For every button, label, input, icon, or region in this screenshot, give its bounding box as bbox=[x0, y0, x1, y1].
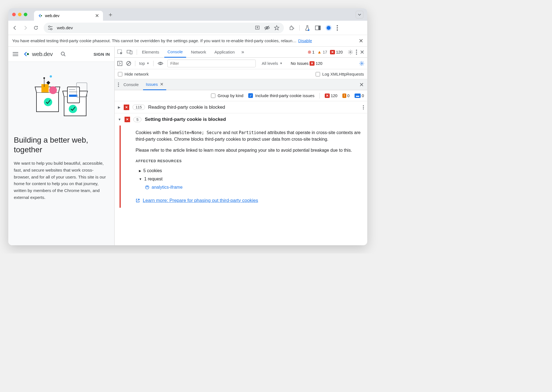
infobar-disable-link[interactable]: Disable bbox=[298, 38, 312, 43]
maximize-window[interactable] bbox=[24, 13, 27, 16]
eye-off-icon[interactable] bbox=[264, 25, 270, 31]
issues-toolbar: Group by kind ✓Include third-party cooki… bbox=[115, 90, 367, 101]
hide-network-checkbox[interactable]: Hide network bbox=[118, 72, 149, 76]
svg-rect-10 bbox=[318, 26, 320, 30]
devtools-close-icon[interactable]: ✕ bbox=[360, 49, 365, 55]
devtools-panel: Elements Console Network Application » ⊗… bbox=[115, 47, 367, 245]
error-count[interactable]: 1 bbox=[312, 50, 315, 54]
console-settings-icon[interactable] bbox=[359, 61, 365, 66]
svg-rect-20 bbox=[46, 81, 50, 85]
tab-elements[interactable]: Elements bbox=[139, 47, 163, 58]
warning-count[interactable]: 17 bbox=[323, 50, 327, 54]
issue-count: 115 bbox=[133, 105, 145, 110]
search-icon[interactable] bbox=[60, 51, 66, 57]
context-selector[interactable]: top ▼ bbox=[139, 61, 149, 66]
minimize-window[interactable] bbox=[18, 13, 22, 16]
learn-more-link[interactable]: Learn more: Prepare for phasing out thir… bbox=[136, 197, 362, 204]
site-logo[interactable]: web.dev bbox=[23, 51, 53, 57]
affected-request-link[interactable]: analytics-iframe bbox=[136, 183, 362, 191]
device-toggle-icon[interactable] bbox=[127, 50, 133, 55]
affected-resources-heading: AFFECTED RESOURCES bbox=[136, 159, 362, 164]
blocked-count[interactable]: 120 bbox=[336, 50, 343, 54]
svg-rect-18 bbox=[41, 84, 49, 92]
close-window[interactable] bbox=[12, 13, 16, 16]
tab-overflow-button[interactable] bbox=[356, 11, 363, 18]
group-by-kind-checkbox[interactable]: Group by kind bbox=[211, 93, 243, 98]
drawer-tab-console[interactable]: Console bbox=[121, 79, 141, 90]
toggle-sidebar-icon[interactable] bbox=[117, 61, 122, 66]
site-settings-icon[interactable] bbox=[48, 26, 53, 30]
settings-gear-icon[interactable] bbox=[348, 49, 353, 55]
drawer-tab-issues[interactable]: Issues ✕ bbox=[143, 79, 166, 90]
affected-requests[interactable]: ▼1 request bbox=[136, 175, 362, 183]
browser-window: web.dev ✕ ＋ web.dev bbox=[8, 8, 367, 245]
svg-point-24 bbox=[44, 98, 52, 106]
hero-illustration bbox=[14, 69, 109, 124]
console-toolbar: top ▼ All levels ▼ No Issues ✕120 bbox=[115, 58, 367, 69]
tab-overflow-icon[interactable]: » bbox=[240, 49, 246, 55]
inspect-icon[interactable] bbox=[117, 49, 123, 55]
log-levels-selector[interactable]: All levels ▼ bbox=[262, 61, 282, 66]
drawer-close-icon[interactable]: ✕ bbox=[359, 81, 364, 88]
hero-section: Building a better web, together We want … bbox=[8, 62, 114, 245]
extensions-icon[interactable] bbox=[289, 25, 294, 31]
separator bbox=[299, 25, 300, 31]
log-xhr-checkbox[interactable]: Log XMLHttpRequests bbox=[316, 72, 364, 76]
issue-row-setting[interactable]: ▼ ✕ 5 Setting third-party cookie is bloc… bbox=[115, 113, 367, 126]
svg-point-47 bbox=[363, 105, 364, 106]
svg-point-35 bbox=[350, 51, 351, 53]
svg-point-45 bbox=[118, 84, 119, 85]
profile-avatar[interactable] bbox=[326, 25, 332, 31]
svg-point-13 bbox=[337, 29, 338, 30]
drawer-menu-icon[interactable] bbox=[118, 82, 119, 87]
reload-button[interactable] bbox=[33, 25, 39, 31]
issue-title: Reading third-party cookie is blocked bbox=[148, 105, 225, 110]
svg-point-14 bbox=[27, 53, 29, 55]
toolbar: web.dev bbox=[8, 21, 367, 35]
forward-button[interactable] bbox=[23, 25, 28, 31]
hamburger-icon[interactable] bbox=[13, 52, 18, 56]
svg-point-12 bbox=[337, 27, 338, 28]
clear-console-icon[interactable] bbox=[126, 61, 131, 66]
svg-point-38 bbox=[356, 54, 357, 55]
devtools-kebab-icon[interactable] bbox=[356, 50, 357, 55]
no-issues-indicator[interactable]: No Issues ✕120 bbox=[291, 61, 323, 66]
bookmark-star-icon[interactable] bbox=[274, 25, 279, 31]
omnibox[interactable]: web.dev bbox=[44, 23, 284, 33]
affected-cookies[interactable]: ▶5 cookies bbox=[136, 167, 362, 175]
labs-icon[interactable] bbox=[305, 25, 310, 31]
svg-point-19 bbox=[49, 86, 57, 94]
tab-title: web.dev bbox=[45, 14, 59, 18]
back-button[interactable] bbox=[12, 25, 18, 31]
svg-point-37 bbox=[356, 52, 357, 53]
request-icon bbox=[145, 185, 149, 190]
tab-application[interactable]: Application bbox=[211, 47, 238, 58]
expand-icon[interactable]: ▶ bbox=[118, 105, 120, 109]
infobar: You have enabled testing third-party coo… bbox=[8, 35, 367, 47]
side-panel-icon[interactable] bbox=[315, 25, 321, 30]
browser-tab[interactable]: web.dev ✕ bbox=[34, 11, 103, 21]
include-third-party-checkbox[interactable]: ✓Include third-party cookie issues bbox=[248, 93, 314, 98]
filter-input[interactable] bbox=[167, 60, 256, 67]
tab-network[interactable]: Network bbox=[188, 47, 210, 58]
svg-point-3 bbox=[49, 26, 50, 27]
kebab-menu-icon[interactable] bbox=[337, 25, 338, 31]
tab-console[interactable]: Console bbox=[164, 47, 186, 58]
collapse-icon[interactable]: ▼ bbox=[118, 118, 121, 121]
new-tab-button[interactable]: ＋ bbox=[107, 10, 113, 19]
close-tab-icon[interactable]: ✕ bbox=[95, 13, 99, 19]
issue-menu-icon[interactable] bbox=[363, 105, 364, 110]
window-controls bbox=[12, 13, 27, 16]
svg-rect-34 bbox=[130, 51, 132, 54]
issue-error-icon: ✕ bbox=[125, 117, 130, 122]
infobar-close-icon[interactable]: ✕ bbox=[359, 38, 363, 44]
svg-point-8 bbox=[308, 29, 310, 31]
page-heading: Building a better web, together bbox=[14, 135, 109, 154]
toolbar-right bbox=[289, 25, 338, 31]
install-icon[interactable] bbox=[255, 25, 260, 31]
live-expression-icon[interactable] bbox=[157, 61, 163, 66]
external-link-icon bbox=[136, 198, 140, 203]
svg-point-42 bbox=[160, 63, 161, 64]
sign-in-button[interactable]: SIGN IN bbox=[94, 52, 110, 57]
issue-row-reading[interactable]: ▶ ✕ 115 Reading third-party cookie is bl… bbox=[115, 101, 367, 113]
